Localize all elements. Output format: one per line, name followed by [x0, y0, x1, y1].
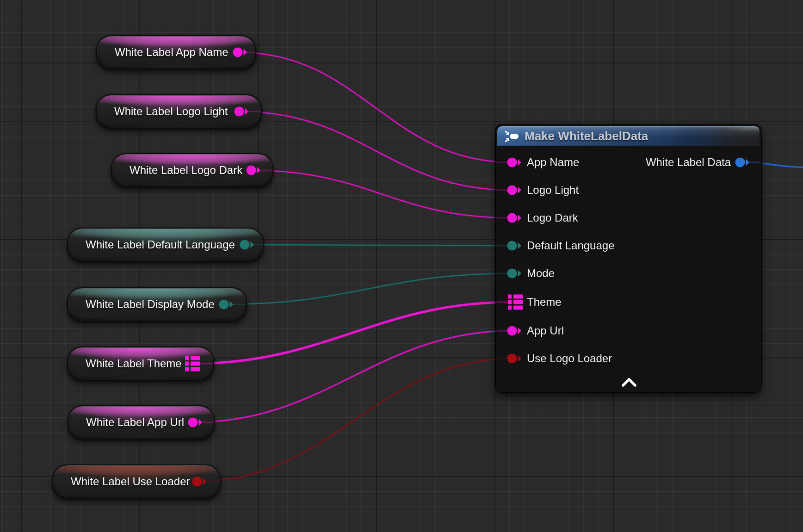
getter-node-label: White Label Default Language [68, 239, 235, 250]
input-pin-label-logo-dark: Logo Dark [527, 210, 578, 226]
input-pin-label-theme: Theme [527, 294, 562, 310]
getter-node-label: White Label Logo Light [97, 106, 228, 117]
make-struct-icon [504, 129, 519, 144]
getter-node-label: White Label Logo Dark [112, 165, 242, 176]
getter-node-white-label-logo-light[interactable]: White Label Logo Light [96, 94, 262, 129]
output-pin-label-white-label-data: White Label Data [646, 155, 731, 170]
getter-node-label: White Label App Url [68, 417, 184, 428]
make-whitelabeldata-node[interactable]: Make WhiteLabelData App NameLogo LightLo… [496, 125, 761, 392]
getter-node-white-label-app-url[interactable]: White Label App Url [68, 405, 215, 439]
getter-node-white-label-display-mode[interactable]: White Label Display Mode [67, 287, 247, 322]
getter-node-label: White Label App Name [97, 47, 228, 58]
node-layer: Make WhiteLabelData App NameLogo LightLo… [0, 0, 803, 532]
make-node-title-bar[interactable]: Make WhiteLabelData [497, 126, 760, 146]
getter-node-white-label-logo-dark[interactable]: White Label Logo Dark [111, 153, 273, 187]
getter-node-label: White Label Display Mode [68, 299, 215, 310]
getter-node-white-label-theme[interactable]: White Label Theme [67, 346, 214, 381]
getter-node-label: White Label Theme [68, 358, 182, 369]
input-pin-label-mode: Mode [527, 266, 555, 281]
input-pin-label-default-language: Default Language [527, 238, 615, 254]
input-pin-label-logo-light: Logo Light [527, 182, 579, 198]
input-pin-label-use-logo-loader: Use Logo Loader [527, 351, 612, 366]
input-pin-label-app-name: App Name [527, 155, 579, 170]
blueprint-graph-canvas[interactable]: Make WhiteLabelData App NameLogo LightLo… [0, 0, 803, 532]
getter-node-white-label-app-name[interactable]: White Label App Name [96, 35, 256, 69]
make-node-title: Make WhiteLabelData [525, 129, 648, 143]
getter-node-white-label-default-language[interactable]: White Label Default Language [67, 228, 264, 262]
getter-node-label: White Label Use Loader [53, 476, 190, 487]
input-pin-label-app-url: App Url [527, 323, 564, 339]
getter-node-white-label-use-loader[interactable]: White Label Use Loader [52, 464, 221, 499]
